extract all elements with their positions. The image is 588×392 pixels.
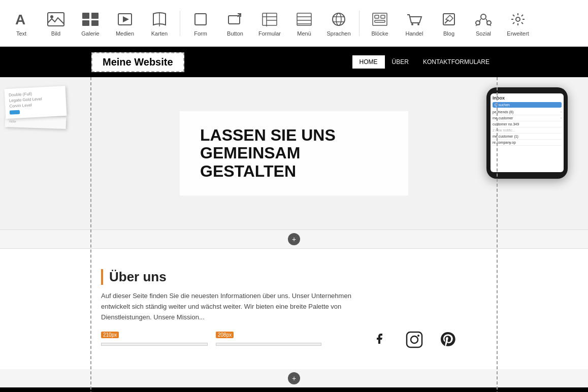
svg-rect-6	[91, 20, 99, 26]
phone-inbox-label: Inbox	[493, 95, 562, 101]
toolbar-label-form: Form	[194, 30, 207, 37]
svg-marker-8	[123, 16, 129, 22]
galerie-icon	[81, 10, 100, 28]
social-icons	[332, 331, 497, 349]
toolbar-item-handel[interactable]: Handel	[398, 7, 431, 40]
toolbar-item-bild[interactable]: Bild	[40, 7, 72, 40]
svg-rect-27	[381, 15, 385, 18]
phone-screen: Inbox Q suchen pe.friends (8)› me.custom…	[491, 93, 564, 172]
canvas-area: Meine Website HOME ÜBER KONTAKTFORMULARE…	[0, 47, 588, 392]
toolbar-label-button: Button	[227, 30, 243, 37]
toolbar-separator-1	[180, 11, 180, 36]
form-icon	[191, 10, 210, 28]
toolbar-item-erweitert[interactable]: Erweitert	[502, 7, 534, 40]
toolbar-item-karten[interactable]: Karten	[143, 7, 176, 40]
svg-point-33	[481, 14, 486, 19]
erweitert-icon	[509, 10, 527, 28]
toolbar-label-medien: Medien	[116, 30, 134, 37]
about-bottom: 210px 208px	[101, 331, 497, 349]
svg-point-39	[411, 336, 418, 343]
about-section: Über uns Auf dieser Seite finden Sie die…	[0, 249, 588, 369]
toolbar-label-handel: Handel	[406, 30, 423, 37]
sprachen-icon	[330, 10, 348, 28]
phone-row-4: 2 new notific...	[493, 127, 562, 134]
svg-point-36	[516, 17, 520, 21]
hero-section: Double (Full) Legate Gold Level Corvin L…	[0, 77, 588, 230]
hero-bg-left: Double (Full) Legate Gold Level Corvin L…	[0, 77, 102, 230]
medien-icon	[116, 10, 134, 28]
bild-icon	[47, 10, 65, 28]
about-inner: Über uns Auf dieser Seite finden Sie die…	[91, 269, 497, 349]
nav-item-kontakt[interactable]: KONTAKTFORMULARE	[416, 55, 497, 69]
toolbar-item-form[interactable]: Form	[184, 7, 217, 40]
toolbar-label-sozial: Sozial	[476, 30, 491, 37]
toolbar: A Text Bild Galerie	[0, 0, 588, 47]
site-header: Meine Website HOME ÜBER KONTAKTFORMULARE	[0, 47, 588, 77]
phone-row-6: re.company.op	[493, 140, 562, 146]
svg-rect-4	[91, 13, 99, 19]
svg-rect-38	[407, 332, 422, 347]
phone-search: Q suchen	[493, 102, 562, 108]
blog-icon	[440, 10, 458, 28]
toolbar-item-sozial[interactable]: Sozial	[467, 7, 500, 40]
toolbar-label-blog: Blog	[443, 30, 454, 37]
hero-title: LASSEN SIE UNS GEMEINSAM GESTALTEN	[200, 126, 388, 180]
guide-line-right	[497, 77, 498, 392]
pinterest-icon[interactable]	[439, 331, 457, 349]
handel-icon	[405, 10, 423, 28]
hero-bg-right: Inbox Q suchen pe.friends (8)› me.custom…	[486, 87, 588, 179]
about-heading: Über uns	[101, 269, 497, 285]
toolbar-item-blog[interactable]: Blog	[433, 7, 465, 40]
placeholder-210	[101, 343, 208, 346]
instagram-icon[interactable]	[405, 331, 423, 349]
nav-item-ueber[interactable]: ÜBER	[385, 55, 416, 69]
phone-row-1: pe.friends (8)›	[493, 109, 562, 115]
site-nav: HOME ÜBER KONTAKTFORMULARE	[352, 55, 497, 69]
facebook-icon[interactable]	[372, 331, 390, 349]
site-logo-text: Meine Website	[103, 56, 173, 68]
toolbar-item-formular[interactable]: Formular	[253, 7, 286, 40]
sticky-note-1: Double (Full) Legate Gold Level Corvin L…	[5, 86, 67, 119]
toolbar-label-karten: Karten	[151, 30, 168, 37]
text-icon: A	[12, 10, 30, 28]
button-icon	[226, 10, 244, 28]
svg-rect-1	[48, 13, 64, 26]
sozial-icon	[474, 10, 493, 28]
bloecke-icon	[371, 10, 389, 28]
toolbar-separator-2	[359, 11, 360, 36]
svg-point-30	[417, 23, 419, 25]
phone-row-2: me.customer›	[493, 115, 562, 121]
add-section-button-1[interactable]: +	[288, 233, 300, 245]
toolbar-label-text: Text	[16, 30, 26, 37]
toolbar-item-galerie[interactable]: Galerie	[74, 7, 107, 40]
toolbar-item-medien[interactable]: Medien	[109, 7, 141, 40]
guide-line-left	[90, 77, 91, 392]
svg-line-32	[445, 20, 448, 23]
toolbar-item-bloecke[interactable]: Blöcke	[364, 7, 396, 40]
karten-icon	[150, 10, 169, 28]
section-divider-2: +	[0, 369, 588, 387]
svg-rect-28	[375, 20, 385, 22]
add-section-button-2[interactable]: +	[288, 372, 300, 384]
toolbar-label-bloecke: Blöcke	[371, 30, 388, 37]
toolbar-label-erweitert: Erweitert	[507, 30, 529, 37]
svg-rect-3	[82, 13, 89, 19]
toolbar-item-sprachen[interactable]: Sprachen	[322, 7, 355, 40]
svg-rect-13	[263, 13, 277, 25]
toolbar-item-menue[interactable]: Menü	[288, 7, 320, 40]
toolbar-item-text[interactable]: A Text	[5, 7, 38, 40]
toolbar-label-sprachen: Sprachen	[326, 30, 350, 37]
svg-text:A: A	[15, 12, 25, 27]
nav-item-home[interactable]: HOME	[352, 55, 385, 69]
about-text: Auf dieser Seite finden Sie die neuesten…	[101, 291, 355, 322]
add-section-divider-1: +	[0, 230, 588, 249]
svg-point-40	[417, 335, 419, 337]
site-logo-box[interactable]: Meine Website	[91, 52, 184, 72]
toolbar-label-menue: Menü	[297, 30, 311, 37]
svg-rect-10	[195, 14, 206, 25]
menue-icon	[295, 10, 313, 28]
phone-row-3: customer no.349	[493, 121, 562, 127]
phone-row-5: me.customer (1)	[493, 134, 562, 140]
toolbar-item-button[interactable]: Button	[219, 7, 251, 40]
sticky-notes: Double (Full) Legate Gold Level Corvin L…	[5, 87, 66, 132]
